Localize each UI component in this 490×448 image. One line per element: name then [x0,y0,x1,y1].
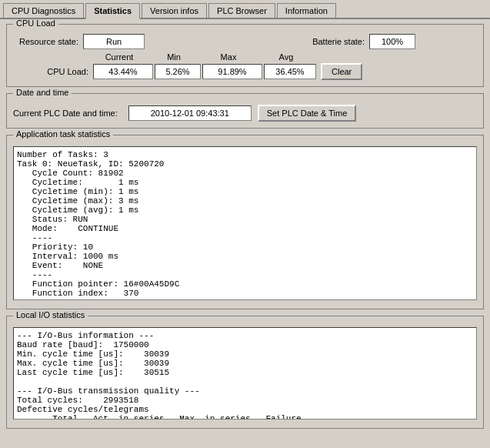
date-time-label: Current PLC Date and time: [13,109,118,118]
col-avg-header: Avg [259,52,313,62]
date-time-field [128,105,252,121]
cpu-load-max [202,64,262,79]
cpu-load-current [93,64,153,79]
batterie-state-field [369,34,415,49]
batterie-state-label: Batterie state: [312,37,365,46]
local-io-textarea[interactable] [13,327,477,420]
date-time-section: Date and time Current PLC Date and time:… [6,93,484,129]
set-plc-date-time-button[interactable]: Set PLC Date & Time [258,105,357,122]
cpu-load-label: CPU Load: [13,67,88,76]
local-io-title: Local I/O statistics [13,310,88,319]
resource-state-label: Resource state: [19,37,78,46]
tab-version-infos[interactable]: Version infos [142,3,207,18]
tab-information[interactable]: Information [277,3,336,18]
tab-plc-browser[interactable]: PLC Browser [208,3,275,18]
local-io-section: Local I/O statistics [6,316,484,429]
col-min-header: Min [150,52,198,62]
app-task-title: Application task statistics [13,129,113,139]
tab-statistics[interactable]: Statistics [85,3,140,19]
cpu-load-min [155,64,201,79]
col-max-header: Max [198,52,259,62]
clear-button[interactable]: Clear [321,63,362,80]
app-task-textarea[interactable] [13,146,477,300]
app-task-section: Application task statistics [6,135,484,309]
date-time-title: Date and time [13,88,72,97]
tabs-bar: CPU Diagnostics Statistics Version infos… [0,0,490,19]
col-current-header: Current [88,52,150,62]
cpu-load-title: CPU Load [13,19,58,28]
resource-state-field [83,34,145,49]
cpu-load-avg [264,64,316,79]
cpu-load-section: CPU Load Resource state: Batterie state:… [6,24,484,87]
tab-cpu-diagnostics[interactable]: CPU Diagnostics [3,3,84,18]
